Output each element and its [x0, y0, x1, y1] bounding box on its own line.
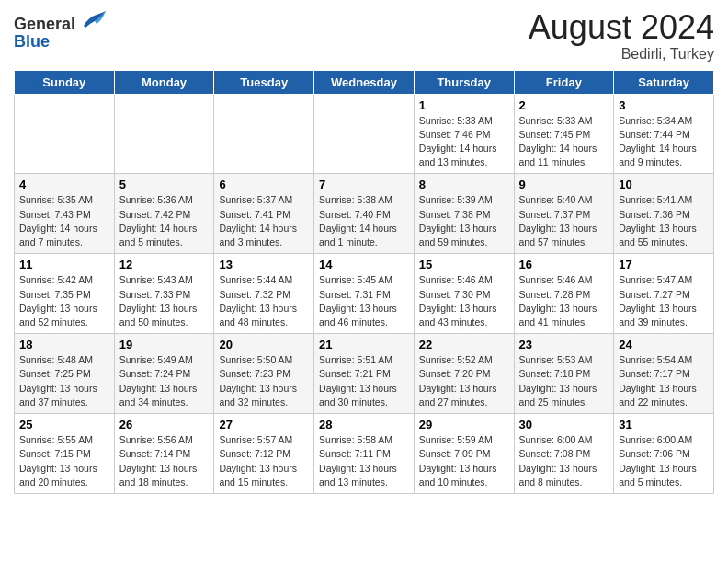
day-info: Sunrise: 5:55 AM Sunset: 7:15 PM Dayligh… [19, 434, 97, 488]
day-number: 21 [319, 338, 409, 351]
day-number: 6 [219, 178, 309, 191]
day-info: Sunrise: 5:36 AM Sunset: 7:42 PM Dayligh… [119, 194, 198, 247]
calendar-cell: 3Sunrise: 5:34 AM Sunset: 7:44 PM Daylig… [614, 94, 714, 174]
day-number: 2 [519, 98, 609, 112]
day-info: Sunrise: 5:35 AM Sunset: 7:43 PM Dayligh… [19, 194, 97, 247]
calendar-table: SundayMondayTuesdayWednesdayThursdayFrid… [14, 70, 714, 494]
day-number: 25 [19, 418, 109, 431]
location-title: Bedirli, Turkey [529, 46, 714, 63]
month-title: August 2024 [529, 9, 714, 46]
calendar-cell [314, 94, 415, 174]
calendar-cell: 5Sunrise: 5:36 AM Sunset: 7:42 PM Daylig… [114, 174, 214, 254]
calendar-cell: 4Sunrise: 5:35 AM Sunset: 7:43 PM Daylig… [15, 174, 115, 254]
day-number: 11 [19, 258, 109, 271]
calendar-cell: 11Sunrise: 5:42 AM Sunset: 7:35 PM Dayli… [15, 254, 115, 334]
weekday-header: Sunday [15, 70, 115, 94]
day-number: 13 [219, 258, 309, 271]
day-info: Sunrise: 5:58 AM Sunset: 7:11 PM Dayligh… [319, 434, 397, 488]
calendar-cell [15, 94, 115, 174]
calendar-week-row: 11Sunrise: 5:42 AM Sunset: 7:35 PM Dayli… [15, 254, 714, 334]
day-number: 7 [319, 178, 409, 191]
day-info: Sunrise: 5:33 AM Sunset: 7:46 PM Dayligh… [419, 115, 497, 168]
calendar-cell: 14Sunrise: 5:45 AM Sunset: 7:31 PM Dayli… [314, 254, 415, 334]
day-info: Sunrise: 5:51 AM Sunset: 7:21 PM Dayligh… [319, 354, 397, 408]
day-info: Sunrise: 5:47 AM Sunset: 7:27 PM Dayligh… [619, 274, 697, 327]
weekday-header: Wednesday [314, 70, 415, 94]
calendar-cell: 16Sunrise: 5:46 AM Sunset: 7:28 PM Dayli… [514, 254, 614, 334]
weekday-header: Saturday [614, 70, 714, 94]
day-info: Sunrise: 5:41 AM Sunset: 7:36 PM Dayligh… [619, 194, 697, 247]
calendar-cell: 15Sunrise: 5:46 AM Sunset: 7:30 PM Dayli… [414, 254, 514, 334]
day-number: 16 [519, 258, 609, 271]
calendar-cell [214, 94, 314, 174]
calendar-cell: 6Sunrise: 5:37 AM Sunset: 7:41 PM Daylig… [214, 174, 314, 254]
calendar-cell: 22Sunrise: 5:52 AM Sunset: 7:20 PM Dayli… [414, 334, 514, 414]
calendar-cell: 18Sunrise: 5:48 AM Sunset: 7:25 PM Dayli… [15, 334, 115, 414]
calendar-week-row: 18Sunrise: 5:48 AM Sunset: 7:25 PM Dayli… [15, 334, 714, 414]
day-number: 1 [419, 98, 509, 112]
day-number: 26 [119, 418, 210, 431]
calendar-cell: 29Sunrise: 5:59 AM Sunset: 7:09 PM Dayli… [414, 414, 514, 494]
day-info: Sunrise: 5:38 AM Sunset: 7:40 PM Dayligh… [319, 194, 397, 247]
calendar-cell: 20Sunrise: 5:50 AM Sunset: 7:23 PM Dayli… [214, 334, 314, 414]
calendar-cell: 24Sunrise: 5:54 AM Sunset: 7:17 PM Dayli… [614, 334, 714, 414]
logo: General Blue [14, 9, 108, 51]
day-number: 14 [319, 258, 409, 271]
page-header: General Blue August 2024 Bedirli, Turkey [14, 9, 714, 63]
day-number: 15 [419, 258, 509, 271]
day-number: 30 [519, 418, 609, 431]
day-info: Sunrise: 5:39 AM Sunset: 7:38 PM Dayligh… [419, 194, 497, 247]
calendar-cell: 28Sunrise: 5:58 AM Sunset: 7:11 PM Dayli… [314, 414, 415, 494]
calendar-cell: 1Sunrise: 5:33 AM Sunset: 7:46 PM Daylig… [414, 94, 514, 174]
day-number: 28 [319, 418, 409, 431]
day-info: Sunrise: 5:53 AM Sunset: 7:18 PM Dayligh… [519, 354, 597, 408]
day-number: 9 [519, 178, 609, 191]
calendar-week-row: 25Sunrise: 5:55 AM Sunset: 7:15 PM Dayli… [15, 414, 714, 494]
calendar-cell: 30Sunrise: 6:00 AM Sunset: 7:08 PM Dayli… [514, 414, 614, 494]
calendar-body: 1Sunrise: 5:33 AM Sunset: 7:46 PM Daylig… [15, 94, 714, 493]
day-number: 27 [219, 418, 309, 431]
logo-general-text: General [14, 15, 75, 33]
weekday-header: Tuesday [214, 70, 314, 94]
day-info: Sunrise: 5:44 AM Sunset: 7:32 PM Dayligh… [219, 274, 297, 327]
day-info: Sunrise: 5:57 AM Sunset: 7:12 PM Dayligh… [219, 434, 297, 488]
day-info: Sunrise: 5:40 AM Sunset: 7:37 PM Dayligh… [519, 194, 597, 247]
day-info: Sunrise: 5:34 AM Sunset: 7:44 PM Dayligh… [619, 115, 697, 168]
day-info: Sunrise: 6:00 AM Sunset: 7:08 PM Dayligh… [519, 434, 597, 488]
day-info: Sunrise: 5:42 AM Sunset: 7:35 PM Dayligh… [19, 274, 97, 327]
day-number: 8 [419, 178, 509, 191]
day-number: 22 [419, 338, 509, 351]
day-info: Sunrise: 5:50 AM Sunset: 7:23 PM Dayligh… [219, 354, 297, 408]
day-number: 23 [519, 338, 609, 351]
day-number: 5 [119, 178, 210, 191]
calendar-week-row: 4Sunrise: 5:35 AM Sunset: 7:43 PM Daylig… [15, 174, 714, 254]
day-number: 10 [619, 178, 709, 191]
day-info: Sunrise: 5:52 AM Sunset: 7:20 PM Dayligh… [419, 354, 497, 408]
day-info: Sunrise: 6:00 AM Sunset: 7:06 PM Dayligh… [619, 434, 697, 488]
calendar-cell: 19Sunrise: 5:49 AM Sunset: 7:24 PM Dayli… [114, 334, 214, 414]
day-info: Sunrise: 5:43 AM Sunset: 7:33 PM Dayligh… [119, 274, 198, 327]
calendar-cell: 8Sunrise: 5:39 AM Sunset: 7:38 PM Daylig… [414, 174, 514, 254]
calendar-cell: 31Sunrise: 6:00 AM Sunset: 7:06 PM Dayli… [614, 414, 714, 494]
calendar-cell: 9Sunrise: 5:40 AM Sunset: 7:37 PM Daylig… [514, 174, 614, 254]
day-info: Sunrise: 5:46 AM Sunset: 7:28 PM Dayligh… [519, 274, 597, 327]
month-title-block: August 2024 Bedirli, Turkey [529, 9, 714, 63]
calendar-cell: 27Sunrise: 5:57 AM Sunset: 7:12 PM Dayli… [214, 414, 314, 494]
calendar-week-row: 1Sunrise: 5:33 AM Sunset: 7:46 PM Daylig… [15, 94, 714, 174]
day-info: Sunrise: 5:56 AM Sunset: 7:14 PM Dayligh… [119, 434, 198, 488]
weekday-row: SundayMondayTuesdayWednesdayThursdayFrid… [15, 70, 714, 94]
weekday-header: Thursday [414, 70, 514, 94]
calendar-cell: 26Sunrise: 5:56 AM Sunset: 7:14 PM Dayli… [114, 414, 214, 494]
weekday-header: Monday [114, 70, 214, 94]
day-info: Sunrise: 5:54 AM Sunset: 7:17 PM Dayligh… [619, 354, 697, 408]
calendar-cell [114, 94, 214, 174]
day-number: 19 [119, 338, 210, 351]
day-number: 17 [619, 258, 709, 271]
day-number: 29 [419, 418, 509, 431]
weekday-header: Friday [514, 70, 614, 94]
logo-bird-icon [82, 9, 108, 29]
day-info: Sunrise: 5:37 AM Sunset: 7:41 PM Dayligh… [219, 194, 297, 247]
day-number: 3 [619, 98, 709, 112]
calendar-cell: 21Sunrise: 5:51 AM Sunset: 7:21 PM Dayli… [314, 334, 415, 414]
calendar-cell: 2Sunrise: 5:33 AM Sunset: 7:45 PM Daylig… [514, 94, 614, 174]
